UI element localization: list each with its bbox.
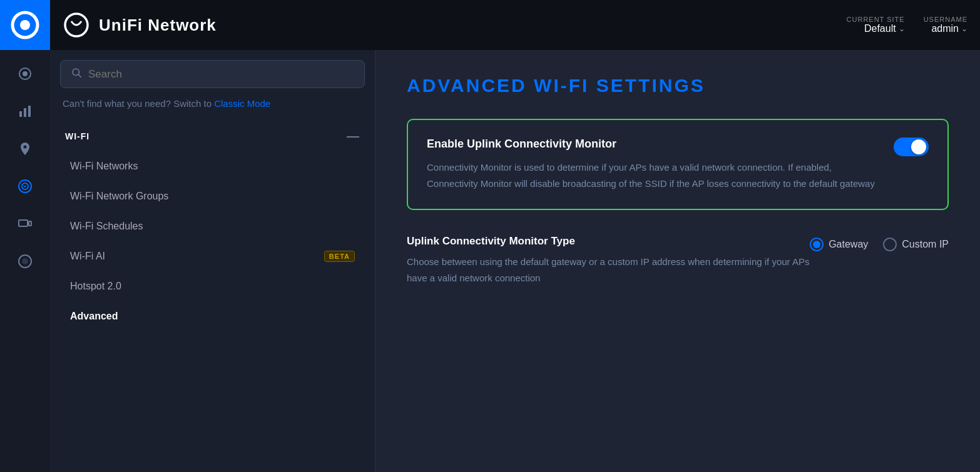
sidebar-icon-stats[interactable]: [8, 94, 43, 129]
sidebar-item-wifi-schedules[interactable]: Wi-Fi Schedules: [60, 212, 365, 241]
sidebar-item-hotspot[interactable]: Hotspot 2.0: [60, 272, 365, 301]
left-nav: Can't find what you need? Switch to Clas…: [50, 50, 375, 472]
monitor-type-row: Uplink Connectivity Monitor Type Choose …: [407, 229, 949, 292]
wifi-section-header[interactable]: WI-FI —: [60, 121, 365, 151]
sidebar-icon-location[interactable]: [8, 131, 43, 166]
classic-mode-hint: Can't find what you need? Switch to Clas…: [50, 98, 375, 121]
monitor-type-desc: Choose between using the default gateway…: [407, 254, 810, 286]
svg-point-1: [20, 20, 30, 30]
sidebar-item-wifi-network-groups[interactable]: Wi-Fi Network Groups: [60, 182, 365, 211]
logo-box: [0, 0, 50, 50]
username-label: USERNAME: [924, 16, 967, 23]
beta-badge: BETA: [324, 251, 355, 262]
radio-dot-gateway: [813, 241, 820, 248]
search-icon: [71, 67, 82, 81]
wifi-section-label: WI-FI: [65, 131, 89, 141]
username-value[interactable]: admin ⌄: [931, 23, 967, 34]
monitor-type-info: Uplink Connectivity Monitor Type Choose …: [407, 235, 810, 286]
sidebar-icon-alerts[interactable]: [8, 244, 43, 279]
main-content: ADVANCED WI-FI SETTINGS Enable Uplink Co…: [375, 50, 980, 472]
svg-rect-5: [19, 111, 22, 117]
sidebar-item-wifi-networks[interactable]: Wi-Fi Networks: [60, 152, 365, 181]
connectivity-monitor-desc: Connectivity Monitor is used to determin…: [427, 159, 881, 191]
current-site-label: CURRENT SITE: [847, 16, 905, 23]
radio-option-gateway[interactable]: Gateway: [810, 238, 868, 251]
radio-label-custom-ip: Custom IP: [902, 239, 949, 250]
header: UniFi Network CURRENT SITE Default ⌄ USE…: [0, 0, 980, 50]
ubiquiti-logo-icon: [63, 11, 90, 39]
radio-label-gateway: Gateway: [829, 239, 868, 250]
header-right: CURRENT SITE Default ⌄ USERNAME admin ⌄: [847, 16, 967, 34]
site-chevron-icon: ⌄: [899, 24, 905, 33]
sidebar-icons: [0, 50, 50, 472]
svg-rect-7: [28, 106, 31, 117]
search-bar[interactable]: [60, 60, 365, 88]
search-input[interactable]: [88, 68, 354, 81]
current-site[interactable]: CURRENT SITE Default ⌄: [847, 16, 905, 34]
ubiquiti-u-icon: [10, 10, 40, 40]
connectivity-monitor-title: Enable Uplink Connectivity Monitor: [427, 138, 881, 151]
page-title: ADVANCED WI-FI SETTINGS: [407, 75, 949, 96]
svg-point-14: [22, 258, 28, 264]
connectivity-monitor-toggle-container[interactable]: [894, 138, 929, 156]
connectivity-monitor-card: Enable Uplink Connectivity Monitor Conne…: [407, 119, 949, 210]
radio-circle-custom-ip[interactable]: [883, 238, 897, 251]
app-title: UniFi Network: [99, 16, 217, 35]
collapse-icon: —: [347, 129, 360, 143]
current-user[interactable]: USERNAME admin ⌄: [924, 16, 967, 34]
svg-rect-11: [19, 220, 28, 226]
svg-rect-6: [24, 108, 26, 117]
connectivity-monitor-content: Enable Uplink Connectivity Monitor Conne…: [427, 138, 881, 191]
sidebar-item-advanced[interactable]: Advanced: [60, 302, 365, 331]
radio-circle-gateway[interactable]: [810, 238, 824, 251]
monitor-type-title: Uplink Connectivity Monitor Type: [407, 235, 810, 248]
sidebar-icon-network[interactable]: [8, 169, 43, 204]
brand: UniFi Network: [63, 11, 217, 39]
monitor-type-radio-group: Gateway Custom IP: [810, 238, 949, 251]
radio-option-custom-ip[interactable]: Custom IP: [883, 238, 949, 251]
sidebar-icon-home[interactable]: [8, 56, 43, 91]
toggle-knob: [911, 139, 926, 154]
svg-line-16: [78, 74, 81, 78]
main-layout: Can't find what you need? Switch to Clas…: [0, 50, 980, 472]
svg-rect-12: [29, 221, 31, 226]
svg-point-4: [23, 71, 28, 76]
svg-point-10: [24, 186, 26, 188]
current-site-value[interactable]: Default ⌄: [864, 23, 905, 34]
classic-mode-link[interactable]: Classic Mode: [214, 98, 270, 109]
sidebar-icon-devices[interactable]: [8, 206, 43, 241]
connectivity-monitor-toggle[interactable]: [894, 138, 929, 156]
user-chevron-icon: ⌄: [961, 24, 967, 33]
sidebar-item-wifi-ai[interactable]: Wi-Fi AI BETA: [60, 242, 365, 271]
wifi-section: WI-FI — Wi-Fi Networks Wi-Fi Network Gro…: [50, 121, 375, 332]
